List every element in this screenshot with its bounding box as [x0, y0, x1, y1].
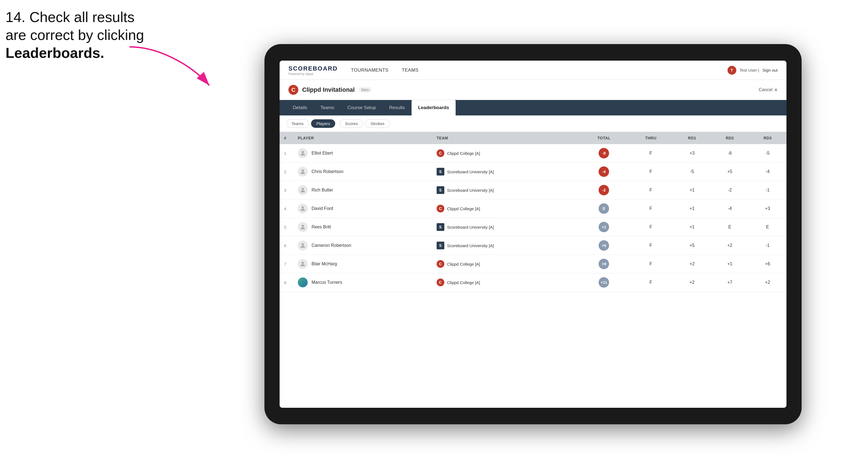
cell-rd3: -1	[749, 237, 786, 255]
cell-total: E	[580, 199, 629, 218]
cell-player: Rees Britt	[293, 218, 432, 237]
cell-team: C Clippd College [A]	[432, 255, 580, 273]
player-name: Blair McHarg	[312, 261, 337, 267]
table-row: 8 Marcus Turners C Clippd College [A] +1…	[280, 273, 786, 292]
player-name: Rees Britt	[312, 224, 331, 229]
cell-team: S Scoreboard University [A]	[432, 162, 580, 181]
svg-point-1	[302, 151, 304, 153]
player-avatar	[298, 167, 308, 177]
instruction-text: 14. Check all results are correct by cli…	[5, 8, 144, 62]
tab-teams[interactable]: Teams	[314, 100, 341, 116]
score-badge: +9	[598, 259, 609, 269]
cell-rd2: +5	[711, 162, 749, 181]
cell-rd1: +2	[673, 255, 711, 273]
cell-rd2: +1	[711, 255, 749, 273]
cell-player: Cameron Robertson	[293, 237, 432, 255]
user-avatar: T	[727, 66, 736, 75]
cell-rd2: -4	[711, 199, 749, 218]
filter-players[interactable]: Players	[311, 119, 335, 128]
svg-point-4	[302, 206, 304, 209]
cell-team: S Scoreboard University [A]	[432, 218, 580, 237]
cell-rank: 4	[280, 199, 293, 218]
team-logo: S	[437, 186, 444, 194]
tab-course-setup[interactable]: Course Setup	[341, 100, 383, 116]
cell-rd1: +5	[673, 237, 711, 255]
team-name: Clippd College [A]	[447, 206, 480, 211]
cell-rd1: +1	[673, 218, 711, 237]
cell-thru: F	[628, 273, 673, 292]
score-badge: +6	[598, 240, 609, 251]
cancel-button[interactable]: Cancel ✕	[758, 87, 778, 93]
player-name: Marcus Turners	[312, 280, 342, 285]
cell-team: C Clippd College [A]	[432, 273, 580, 292]
player-name: Elliot Ebert	[312, 151, 333, 156]
svg-point-7	[302, 262, 304, 264]
team-name: Scoreboard University [A]	[447, 243, 494, 248]
tab-results[interactable]: Results	[383, 100, 411, 116]
cell-rank: 7	[280, 255, 293, 273]
cell-rank: 8	[280, 273, 293, 292]
score-badge: -4	[598, 166, 609, 177]
player-avatar	[298, 222, 308, 232]
cell-rank: 1	[280, 144, 293, 162]
leaderboard-table: # PLAYER TEAM TOTAL THRU RD1 RD2 RD3 1	[280, 132, 786, 292]
cell-total: -4	[580, 162, 629, 181]
cell-total: +9	[580, 255, 629, 273]
filter-strokes[interactable]: Strokes	[365, 119, 390, 128]
cell-rd1: +1	[673, 181, 711, 199]
cell-rd3: -4	[749, 162, 786, 181]
cell-team: C Clippd College [A]	[432, 199, 580, 218]
player-avatar	[298, 241, 308, 250]
tournament-header: C Clippd Invitational Men Cancel ✕	[280, 80, 786, 100]
tab-leaderboards[interactable]: Leaderboards	[411, 100, 456, 116]
cell-thru: F	[628, 181, 673, 199]
player-avatar	[298, 259, 308, 269]
svg-point-2	[302, 169, 304, 172]
tablet-frame: SCOREBOARD Powered by clippd TOURNAMENTS…	[265, 44, 802, 424]
cell-thru: F	[628, 162, 673, 181]
cell-player: David Ford	[293, 199, 432, 218]
score-badge: -8	[598, 148, 609, 158]
player-avatar	[298, 185, 308, 195]
cell-player: Blair McHarg	[293, 255, 432, 273]
svg-point-6	[302, 243, 304, 246]
player-name: Cameron Robertson	[312, 243, 351, 248]
top-nav: SCOREBOARD Powered by clippd TOURNAMENTS…	[280, 61, 786, 80]
cell-rd2: +7	[711, 273, 749, 292]
table-row: 6 Cameron Robertson S Scoreboard Univers…	[280, 237, 786, 255]
tournament-title-area: C Clippd Invitational Men	[288, 85, 372, 95]
filter-scores[interactable]: Scores	[340, 119, 363, 128]
signout-link[interactable]: Sign out	[763, 68, 778, 72]
cell-total: +6	[580, 237, 629, 255]
table-row: 1 Elliot Ebert C Clippd College [A] -8 F…	[280, 144, 786, 162]
cell-team: C Clippd College [A]	[432, 144, 580, 162]
player-name: Chris Robertson	[312, 169, 343, 174]
player-name: David Ford	[312, 206, 333, 211]
cell-rd1: +3	[673, 144, 711, 162]
cell-player: Chris Robertson	[293, 162, 432, 181]
cell-rank: 5	[280, 218, 293, 237]
filter-teams[interactable]: Teams	[286, 119, 309, 128]
tablet-screen: SCOREBOARD Powered by clippd TOURNAMENTS…	[280, 61, 786, 408]
col-rd1: RD1	[673, 132, 711, 144]
team-name: Clippd College [A]	[447, 151, 480, 156]
tournament-badge: Men	[359, 87, 372, 93]
cell-team: S Scoreboard University [A]	[432, 237, 580, 255]
score-badge: +1	[598, 222, 609, 232]
cell-rank: 2	[280, 162, 293, 181]
user-label: Test User |	[740, 68, 759, 72]
svg-point-5	[302, 225, 304, 227]
cell-player: Elliot Ebert	[293, 144, 432, 162]
cell-rd1: -5	[673, 162, 711, 181]
cell-rd2: -6	[711, 144, 749, 162]
tab-details[interactable]: Details	[286, 100, 314, 116]
col-thru: THRU	[628, 132, 673, 144]
nav-teams[interactable]: TEAMS	[402, 67, 418, 73]
nav-tournaments[interactable]: TOURNAMENTS	[351, 67, 389, 73]
cell-rd3: -1	[749, 181, 786, 199]
svg-point-3	[302, 188, 304, 190]
cell-rank: 3	[280, 181, 293, 199]
table-row: 7 Blair McHarg C Clippd College [A] +9 F…	[280, 255, 786, 273]
team-logo: C	[437, 260, 444, 268]
col-total: TOTAL	[580, 132, 629, 144]
